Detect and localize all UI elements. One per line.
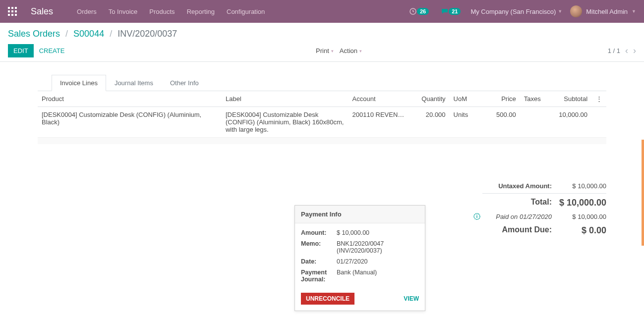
clock-icon: [409, 7, 417, 15]
paid-value: $ 10,000.00: [552, 213, 606, 220]
nav-link-reporting[interactable]: Reporting: [187, 8, 215, 15]
cell-product: [DESK0004] Customizable Desk (CONFIG) (A…: [38, 107, 222, 138]
action-dropdown[interactable]: Action ▾: [340, 47, 362, 54]
nav-link-configuration[interactable]: Configuration: [227, 8, 265, 15]
cell-price: 500.00: [479, 107, 520, 138]
date-label: Date:: [301, 258, 337, 265]
nav-link-products[interactable]: Products: [149, 8, 175, 15]
journal-label: Payment Journal:: [301, 269, 337, 283]
breadcrumb: Sales Orders / S00044 / INV/2020/0037: [8, 29, 636, 39]
top-navbar: Sales Orders To Invoice Products Reporti…: [0, 0, 644, 23]
cell-account: 200110 REVEN…: [349, 107, 410, 138]
pager-text: 1 / 1: [608, 47, 620, 54]
chevron-down-icon: ▾: [359, 49, 362, 53]
unreconcile-button[interactable]: UNRECONCILE: [301, 293, 354, 305]
nav-right: 26 21 My Company (San Francisco) ▼ Mitch…: [407, 5, 636, 17]
print-dropdown[interactable]: Print ▾: [316, 47, 334, 54]
memo-label: Memo:: [301, 240, 337, 254]
col-account[interactable]: Account: [349, 91, 410, 107]
cell-empty: [591, 107, 606, 138]
svg-rect-6: [8, 14, 10, 16]
svg-rect-5: [15, 10, 17, 12]
totals-block: Untaxed Amount: $ 10,000.00 Total: $ 10,…: [482, 180, 606, 238]
chevron-down-icon: ▼: [632, 9, 636, 14]
create-button[interactable]: CREATE: [34, 44, 70, 57]
activity-count: 26: [417, 8, 429, 15]
svg-rect-7: [11, 14, 13, 16]
company-name: My Company (San Francisco): [470, 8, 556, 15]
pager: 1 / 1 ‹ ›: [608, 46, 636, 56]
date-value: 01/27/2020: [337, 258, 419, 265]
cell-taxes: [520, 107, 547, 138]
amount-label: Amount:: [301, 229, 337, 236]
svg-text:i: i: [476, 214, 478, 219]
control-row: EDIT CREATE Print ▾ Action ▾ 1 / 1 ‹ ›: [8, 44, 636, 57]
chevron-down-icon: ▼: [558, 9, 562, 14]
due-value: $ 0.00: [552, 225, 606, 236]
table-empty-stripe: [38, 138, 606, 151]
col-taxes[interactable]: Taxes: [520, 91, 547, 107]
table-header-row: Product Label Account Quantity UoM Price…: [38, 91, 606, 107]
popover-title: Payment Info: [295, 206, 425, 223]
apps-icon[interactable]: [8, 7, 17, 16]
avatar: [570, 5, 582, 17]
svg-rect-4: [11, 10, 13, 12]
chevron-down-icon: ▾: [331, 49, 334, 53]
svg-rect-3: [8, 10, 10, 12]
total-label: Total:: [482, 198, 552, 208]
sheet-wrap: Invoice Lines Journal Items Other Info P…: [0, 75, 644, 238]
untaxed-label: Untaxed Amount:: [482, 182, 552, 190]
payment-info-popover: Payment Info Amount: $ 10,000.00 Memo: B…: [294, 205, 425, 311]
cell-quantity: 20.000: [410, 107, 449, 138]
cell-label: [DESK0004] Customizable Desk (CONFIG) (A…: [222, 107, 349, 138]
print-label: Print: [316, 47, 329, 54]
col-options[interactable]: ⋮: [591, 91, 606, 107]
tab-journal-items[interactable]: Journal Items: [106, 75, 162, 91]
gap: [38, 151, 606, 181]
edit-button[interactable]: EDIT: [8, 44, 34, 57]
memo-value: BNK1/2020/0047 (INV/2020/0037): [337, 240, 419, 254]
totals-total: Total: $ 10,000.00: [482, 193, 606, 211]
user-name: Mitchell Admin: [586, 8, 628, 15]
action-label: Action: [340, 47, 357, 54]
col-product[interactable]: Product: [38, 91, 222, 107]
col-quantity[interactable]: Quantity: [410, 91, 449, 107]
cell-subtotal: 10,000.00: [546, 107, 591, 138]
cell-uom: Units: [450, 107, 479, 138]
col-label[interactable]: Label: [222, 91, 349, 107]
messages-indicator[interactable]: 21: [439, 6, 463, 16]
company-switcher[interactable]: My Company (San Francisco) ▼: [470, 8, 562, 15]
breadcrumb-root[interactable]: Sales Orders: [8, 29, 60, 39]
popover-body: Amount: $ 10,000.00 Memo: BNK1/2020/0047…: [295, 223, 425, 289]
user-menu[interactable]: Mitchell Admin ▼: [570, 5, 636, 17]
view-link[interactable]: VIEW: [404, 295, 419, 302]
col-price[interactable]: Price: [479, 91, 520, 107]
activity-indicator[interactable]: 26: [407, 6, 431, 16]
col-uom[interactable]: UoM: [450, 91, 479, 107]
scrollbar-indicator[interactable]: [642, 140, 644, 246]
amount-value: $ 10,000.00: [337, 229, 419, 236]
tabs: Invoice Lines Journal Items Other Info: [38, 75, 606, 91]
untaxed-value: $ 10,000.00: [552, 182, 606, 190]
svg-rect-0: [8, 7, 10, 9]
col-subtotal[interactable]: Subtotal: [546, 91, 591, 107]
nav-links: Orders To Invoice Products Reporting Con…: [77, 8, 407, 15]
tab-other-info[interactable]: Other Info: [162, 75, 207, 91]
chat-icon: [441, 7, 449, 15]
nav-link-orders[interactable]: Orders: [77, 8, 97, 15]
breadcrumb-order[interactable]: S00044: [73, 29, 104, 39]
svg-rect-8: [15, 14, 17, 16]
table-row[interactable]: [DESK0004] Customizable Desk (CONFIG) (A…: [38, 107, 606, 138]
nav-link-to-invoice[interactable]: To Invoice: [109, 8, 138, 15]
popover-row-date: Date: 01/27/2020: [301, 256, 419, 267]
pager-next[interactable]: ›: [633, 46, 636, 56]
pager-prev[interactable]: ‹: [625, 46, 628, 56]
info-icon[interactable]: i: [473, 213, 480, 220]
app-brand[interactable]: Sales: [31, 6, 53, 17]
tab-invoice-lines[interactable]: Invoice Lines: [52, 75, 106, 91]
totals-due: Amount Due: $ 0.00: [482, 223, 606, 238]
totals-untaxed: Untaxed Amount: $ 10,000.00: [482, 180, 606, 192]
popover-row-memo: Memo: BNK1/2020/0047 (INV/2020/0037): [301, 238, 419, 256]
svg-rect-1: [11, 7, 13, 9]
popover-row-journal: Payment Journal: Bank (Manual): [301, 267, 419, 285]
